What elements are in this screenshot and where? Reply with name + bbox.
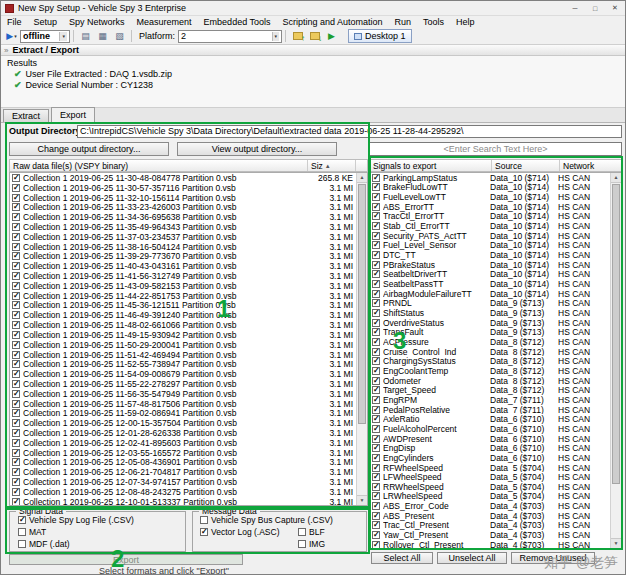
file-row[interactable]: Collection 1 2019-06-25 11-37-03-234537 … [10,232,356,242]
signal-row[interactable]: Target_SpeedData_8 ($712)HS CAN [370,385,610,395]
file-checkbox[interactable] [12,184,20,192]
column-header-files[interactable]: Raw data file(s) (VSPY binary) [10,160,308,171]
file-row[interactable]: Collection 1 2019-06-25 12-08-48-243275 … [10,487,356,497]
file-row[interactable]: Collection 1 2019-06-25 11-52-55-738947 … [10,359,356,369]
signal-row[interactable]: TracCtl_ErrorTTData_10 ($714)HS CAN [370,212,610,222]
signal-row[interactable]: ParkingLampStatusData_10 ($714)HS CAN [370,173,610,183]
signal-checkbox[interactable] [372,309,380,317]
signal-checkbox[interactable] [372,280,380,288]
signal-checkbox[interactable] [372,454,380,462]
unselect-all-button[interactable]: Unselect All [437,552,507,564]
signal-checkbox[interactable] [372,435,380,443]
signal-row[interactable]: AxleRatioData_6 ($710)HS CAN [370,414,610,424]
messages-view-icon[interactable]: ▤ [78,29,93,43]
file-row[interactable]: Collection 1 2019-06-25 12-07-34-974157 … [10,477,356,487]
signal-row[interactable]: EngDispData_6 ($710)HS CAN [370,443,610,453]
file-row[interactable]: Collection 1 2019-06-25 11-50-29-200041 … [10,340,356,350]
extract-data-icon[interactable]: ↓ [307,29,322,43]
file-checkbox[interactable] [12,351,20,359]
file-row[interactable]: Collection 1 2019-06-25 11-51-42-469494 … [10,350,356,360]
signal-checkbox[interactable] [372,328,380,336]
signal-checkbox[interactable] [372,241,380,249]
menu-tools[interactable]: Tools [417,16,450,28]
scroll-down-icon[interactable]: ▼ [611,538,621,548]
signal-row[interactable]: PedalPosRelativeData_7 ($711)HS CAN [370,405,610,415]
file-row[interactable]: Collection 1 2019-06-25 11-45-36-121511 … [10,301,356,311]
file-list-scrollbar[interactable]: ▲ ▼ [356,173,367,505]
format-option-vspy-log[interactable]: Vehicle Spy Log File (.CSV) [16,515,134,525]
scroll-up-icon[interactable]: ▲ [357,173,367,183]
file-row[interactable]: Collection 1 2019-06-25 11-43-09-582153 … [10,281,356,291]
file-checkbox[interactable] [12,468,20,476]
file-row[interactable]: Collection 1 2019-06-25 11-35-49-964343 … [10,222,356,232]
minimize-button[interactable]: ─ [565,1,585,15]
signal-checkbox[interactable] [372,483,380,491]
signal-row[interactable]: ShiftStatusData_9 ($713)HS CAN [370,308,610,318]
checkbox[interactable] [18,528,26,536]
file-checkbox[interactable] [12,390,20,398]
run-measurement-icon[interactable]: ▶ [324,29,339,43]
file-checkbox[interactable] [12,439,20,447]
signal-row[interactable]: ABS_ErrorTTData_10 ($714)HS CAN [370,202,610,212]
signal-row[interactable]: EngCylindersData_6 ($710)HS CAN [370,453,610,463]
signal-row[interactable]: DTC_TTData_10 ($714)HS CAN [370,250,610,260]
signal-checkbox[interactable] [372,367,380,375]
file-row[interactable]: Collection 1 2019-06-25 11-34-36-695638 … [10,212,356,222]
file-checkbox[interactable] [12,203,20,211]
signal-checkbox[interactable] [372,290,380,298]
signal-checkbox[interactable] [372,396,380,404]
upload-data-icon[interactable]: ↑ [290,29,305,43]
signal-row[interactable]: SeatbeltDriverTTData_10 ($714)HS CAN [370,270,610,280]
signal-view-icon[interactable]: ▦ [95,29,110,43]
file-checkbox[interactable] [12,321,20,329]
column-header-source[interactable]: Source [492,160,560,171]
platform-select[interactable]: 2 ▾ [178,30,282,43]
signal-checkbox[interactable] [372,174,380,182]
signal-row[interactable]: Fuel_Level_SensorData_10 ($714)HS CAN [370,241,610,251]
checkbox[interactable] [298,528,306,536]
checkbox[interactable] [200,528,208,536]
file-checkbox[interactable] [12,488,20,496]
network-view-icon[interactable]: ▧ [112,29,127,43]
signal-list-scrollbar[interactable]: ▲ ▼ [610,173,621,548]
menu-measurement[interactable]: Measurement [131,16,198,28]
file-checkbox[interactable] [12,233,20,241]
column-header-signals[interactable]: Signals to export [370,160,492,171]
file-checkbox[interactable] [12,478,20,486]
file-row[interactable]: Collection 1 2019-06-25 11-49-15-930942 … [10,330,356,340]
signal-row[interactable]: Stab_Ctl_ErrorTTData_10 ($714)HS CAN [370,221,610,231]
format-option-vector-log[interactable]: Vector Log (.ASC) [198,527,280,537]
menu-embedded-tools[interactable]: Embedded Tools [198,16,277,28]
view-output-directory-button[interactable]: View output directory... [177,142,337,156]
file-row[interactable]: Collection 1 2019-06-25 11-41-56-312749 … [10,271,356,281]
file-checkbox[interactable] [12,360,20,368]
file-row[interactable]: Collection 1 2019-06-25 11-59-02-086941 … [10,409,356,419]
signal-checkbox[interactable] [372,261,380,269]
tab-export[interactable]: Export [51,107,95,122]
signal-checkbox[interactable] [372,386,380,394]
file-row[interactable]: Collection 1 2019-06-25 11-46-49-391240 … [10,310,356,320]
file-checkbox[interactable] [12,243,20,251]
file-checkbox[interactable] [12,449,20,457]
file-row[interactable]: Collection 1 2019-06-25 11-30-48-084778 … [10,173,356,183]
signal-list[interactable]: ParkingLampStatusData_10 ($714)HS CANBra… [369,172,622,549]
signal-row[interactable]: ABS_PresentData_4 ($703)HS CAN [370,511,610,521]
column-header-network[interactable]: Network [560,160,621,171]
signal-row[interactable]: ABS_Error_CodeData_4 ($703)HS CAN [370,501,610,511]
signal-row[interactable]: LRWheelSpeedData_5 ($704)HS CAN [370,492,610,502]
file-checkbox[interactable] [12,331,20,339]
file-row[interactable]: Collection 1 2019-06-25 12-03-55-165572 … [10,448,356,458]
file-checkbox[interactable] [12,262,20,270]
checkbox[interactable] [298,540,306,548]
file-checkbox[interactable] [12,429,20,437]
go-online-button[interactable]: ▶▾ [4,29,19,43]
file-checkbox[interactable] [12,223,20,231]
file-checkbox[interactable] [12,419,20,427]
scroll-down-icon[interactable]: ▼ [357,495,367,505]
file-row[interactable]: Collection 1 2019-06-25 11-40-43-043161 … [10,261,356,271]
signal-checkbox[interactable] [372,299,380,307]
scroll-up-icon[interactable]: ▲ [611,173,621,183]
signal-row[interactable]: RFWheelSpeedData_5 ($704)HS CAN [370,463,610,473]
select-all-button[interactable]: Select All [371,552,433,564]
signal-row[interactable]: FuelAlcoholPercentData_6 ($710)HS CAN [370,424,610,434]
